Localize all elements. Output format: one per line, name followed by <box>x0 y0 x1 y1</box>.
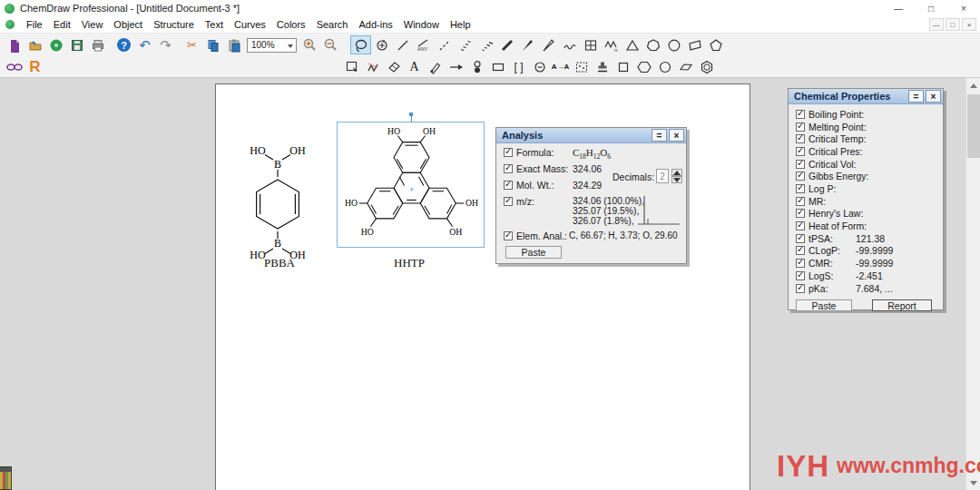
decimals-input[interactable]: 2 <box>656 169 669 183</box>
menu-object[interactable]: Object <box>108 17 148 32</box>
panel-close-icon[interactable]: × <box>669 129 684 142</box>
ring-circle-tool-icon[interactable] <box>654 57 675 76</box>
rotation-handle-icon[interactable] <box>411 115 412 122</box>
pka-checkbox[interactable] <box>796 284 805 293</box>
menu-structure[interactable]: Structure <box>148 17 200 32</box>
save-icon[interactable] <box>66 35 87 54</box>
logs-checkbox[interactable] <box>796 271 805 280</box>
analysis-paste-button[interactable]: Paste <box>505 246 562 259</box>
paste-icon[interactable] <box>223 35 244 54</box>
lasso-tool-icon[interactable] <box>350 35 371 54</box>
maximize-icon[interactable]: □ <box>915 0 947 16</box>
bond-hollow-wedge-tool-icon[interactable] <box>538 35 559 54</box>
drawing-rectangle-tool-icon[interactable] <box>487 57 508 76</box>
marquee-tool-icon[interactable] <box>341 57 362 76</box>
clogp-checkbox[interactable] <box>796 246 805 255</box>
gibbs-energy-checkbox[interactable] <box>796 172 805 181</box>
polymer-repeat-tool-icon[interactable]: n <box>601 35 622 54</box>
rotation-handle-dot-icon[interactable] <box>409 113 413 116</box>
ring-cyclohexane-tool-icon[interactable] <box>633 57 654 76</box>
ring-cyclopropane-tool-icon[interactable] <box>622 35 642 54</box>
bond-wavy-tool-icon[interactable] <box>559 35 580 54</box>
melting-point-checkbox[interactable] <box>796 122 805 132</box>
doc-close-icon[interactable]: × <box>962 18 976 31</box>
ring-chair-tool-icon[interactable] <box>675 57 696 76</box>
decimals-spinner[interactable] <box>671 169 682 183</box>
ring-cyclooctane-tool-icon[interactable] <box>663 35 684 54</box>
panel-collapse-icon[interactable]: = <box>908 90 924 103</box>
analysis-title-bar[interactable]: Analysis = × <box>496 128 686 143</box>
menu-edit[interactable]: Edit <box>48 17 76 32</box>
ring-cyclopentane-tool-icon[interactable] <box>705 35 726 54</box>
pen-tool-icon[interactable] <box>425 57 446 76</box>
atom-map-tool-icon[interactable]: A→A <box>550 57 571 76</box>
print-icon[interactable] <box>87 35 108 54</box>
henrys-law-checkbox[interactable] <box>796 209 805 218</box>
chem-props-report-button[interactable]: Report <box>872 299 932 311</box>
zoom-level-select[interactable]: 100% <box>247 38 297 53</box>
selection-box[interactable]: HO OH HO OH HO OH + <box>337 122 485 248</box>
menu-view[interactable]: View <box>76 17 109 32</box>
arrow-tool-icon[interactable] <box>446 57 466 76</box>
bond-bold-tool-icon[interactable] <box>496 35 517 54</box>
hhtp-caption[interactable]: HHTP <box>382 256 436 270</box>
redo-icon[interactable]: ↷ <box>155 35 176 54</box>
log-p-checkbox[interactable] <box>796 184 805 193</box>
eraser-tool-icon[interactable] <box>383 57 404 76</box>
ring-cyclobutane-tool-icon[interactable] <box>612 57 633 76</box>
menu-curves[interactable]: Curves <box>229 17 271 32</box>
mr-checkbox[interactable] <box>796 197 805 206</box>
chemdraw-3d-icon[interactable] <box>4 57 24 76</box>
vertical-scrollbar[interactable] <box>965 78 980 490</box>
orbital-tool-icon[interactable] <box>466 57 487 76</box>
minimize-icon[interactable]: — <box>882 0 915 16</box>
save-as-cd-icon[interactable] <box>45 35 66 54</box>
copy-icon[interactable] <box>202 35 223 54</box>
panel-collapse-icon[interactable]: = <box>652 129 667 142</box>
close-icon[interactable]: × <box>947 0 980 16</box>
critical-temp-checkbox[interactable] <box>796 134 805 143</box>
doc-restore-icon[interactable]: □ <box>946 18 960 31</box>
panel-close-icon[interactable]: × <box>926 90 941 103</box>
new-document-icon[interactable] <box>4 35 24 54</box>
elem-anal-checkbox[interactable] <box>504 231 513 240</box>
molecule-pbba[interactable]: B HO OH B HO OH <box>236 130 319 270</box>
spinner-down-icon[interactable] <box>671 176 682 183</box>
chem-props-paste-button[interactable]: Paste <box>796 299 852 311</box>
undo-icon[interactable]: ↶ <box>134 35 155 54</box>
charge-tool-icon[interactable] <box>529 57 550 76</box>
timed-marquee-tool-icon[interactable] <box>371 35 392 54</box>
bond-any-tool-icon[interactable]: ANY <box>413 35 434 54</box>
menu-search[interactable]: Search <box>311 17 354 32</box>
bracket-tool-icon[interactable]: [ ] <box>508 57 529 76</box>
bond-single-tool-icon[interactable] <box>392 35 413 54</box>
zoom-out-icon[interactable] <box>320 35 341 54</box>
mz-checkbox[interactable] <box>504 197 513 206</box>
menu-file[interactable]: File <box>21 17 48 32</box>
bond-dashed-tool-icon[interactable] <box>434 35 455 54</box>
menu-help[interactable]: Help <box>445 17 476 32</box>
mol-wt-checkbox[interactable] <box>504 181 513 190</box>
menu-text[interactable]: Text <box>200 17 229 32</box>
scroll-up-icon[interactable] <box>966 78 980 93</box>
exact-mass-checkbox[interactable] <box>504 164 513 173</box>
ring-benzene-tool-icon[interactable] <box>696 57 717 76</box>
stamp-tool-icon[interactable] <box>592 57 612 76</box>
critical-pres-checkbox[interactable] <box>796 147 805 156</box>
tpsa-checkbox[interactable] <box>796 234 805 243</box>
ring-cycloheptane-tool-icon[interactable] <box>642 35 663 54</box>
periodic-table-window-peek[interactable] <box>0 466 12 490</box>
ring-variable-tool-icon[interactable] <box>684 35 705 54</box>
chem-props-title-bar[interactable]: Chemical Properties = × <box>789 89 943 104</box>
bond-hashed-tool-icon[interactable] <box>455 35 475 54</box>
molecule-hhtp[interactable]: HO OH HO OH HO OH + <box>339 125 484 246</box>
reaxys-icon[interactable]: R <box>24 57 45 76</box>
open-icon[interactable] <box>24 35 45 54</box>
menu-addins[interactable]: Add-ins <box>353 17 397 32</box>
formula-checkbox[interactable] <box>504 148 513 157</box>
text-tool-icon[interactable]: A <box>404 57 425 76</box>
chain-tool-icon[interactable] <box>362 57 383 76</box>
pbba-caption[interactable]: PBBA <box>252 256 307 270</box>
template-tool-icon[interactable] <box>571 57 592 76</box>
scrollbar-thumb[interactable] <box>967 94 980 158</box>
